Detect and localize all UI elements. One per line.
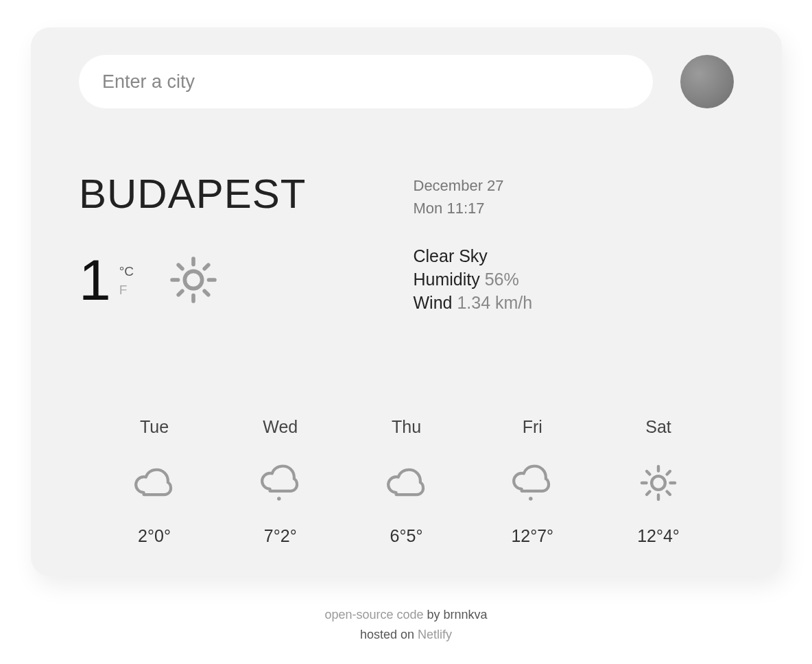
date-block: December 27 Mon 11:17 [414, 170, 735, 245]
sun-icon [634, 459, 682, 507]
weather-card: BUDAPEST December 27 Mon 11:17 1 °C F Cl… [31, 27, 782, 576]
drizzle-icon [256, 459, 304, 507]
current-grid: BUDAPEST December 27 Mon 11:17 1 °C F Cl… [79, 170, 734, 314]
cloud-icon [130, 459, 178, 507]
condition-text: Clear Sky [414, 245, 735, 268]
forecast-day: Thu 6°5° [352, 417, 462, 546]
footer-hosted-label: hosted on [360, 628, 418, 641]
drizzle-icon [508, 459, 556, 507]
forecast-day-label: Thu [392, 417, 421, 437]
unit-f[interactable]: F [119, 281, 134, 300]
forecast-temps: 2°0° [138, 526, 171, 546]
forecast-day: Wed 7°2° [226, 417, 335, 546]
forecast-temps: 6°5° [390, 526, 423, 546]
forecast-day-label: Tue [140, 417, 169, 437]
theme-toggle-button[interactable] [680, 55, 734, 108]
forecast-day: Tue 2°0° [99, 417, 209, 546]
forecast-day: Sat 12°4° [604, 417, 713, 546]
forecast-temps: 12°4° [637, 526, 680, 546]
wind-label: Wind [414, 293, 453, 312]
humidity-value: 56% [485, 270, 519, 289]
wind-row: Wind 1.34 km/h [414, 292, 735, 315]
conditions-block: Clear Sky Humidity 56% Wind 1.34 km/h [414, 245, 735, 314]
city-name: BUDAPEST [79, 170, 400, 217]
current-temp: 1 [79, 251, 111, 309]
footer-author: by brnnkva [424, 608, 488, 621]
time-line: Mon 11:17 [414, 197, 735, 220]
footer-line-1: open-source code by brnnkva [0, 605, 812, 625]
unit-c[interactable]: °C [119, 263, 134, 281]
footer-line-2: hosted on Netlify [0, 625, 812, 645]
open-source-link[interactable]: open-source code [324, 608, 423, 621]
sun-icon [163, 249, 224, 311]
netlify-link[interactable]: Netlify [418, 628, 452, 641]
forecast-temps: 12°7° [511, 526, 553, 546]
forecast-day-label: Fri [523, 417, 542, 437]
wind-value: 1.34 km/h [457, 293, 532, 312]
cloud-icon [383, 459, 431, 507]
forecast-day: Fri 12°7° [477, 417, 587, 546]
city-search-input[interactable] [79, 55, 653, 108]
forecast-row: Tue 2°0° Wed 7°2° Thu 6°5° Fri 12°7° Sat… [79, 417, 734, 546]
footer: open-source code by brnnkva hosted on Ne… [0, 605, 812, 645]
search-row [79, 55, 734, 108]
humidity-row: Humidity 56% [414, 268, 735, 292]
forecast-temps: 7°2° [264, 526, 297, 546]
forecast-day-label: Wed [263, 417, 298, 437]
temp-row: 1 °C F [79, 245, 400, 314]
forecast-day-label: Sat [645, 417, 671, 437]
unit-toggle[interactable]: °C F [119, 263, 134, 299]
humidity-label: Humidity [414, 270, 480, 289]
date-line: December 27 [414, 174, 735, 197]
